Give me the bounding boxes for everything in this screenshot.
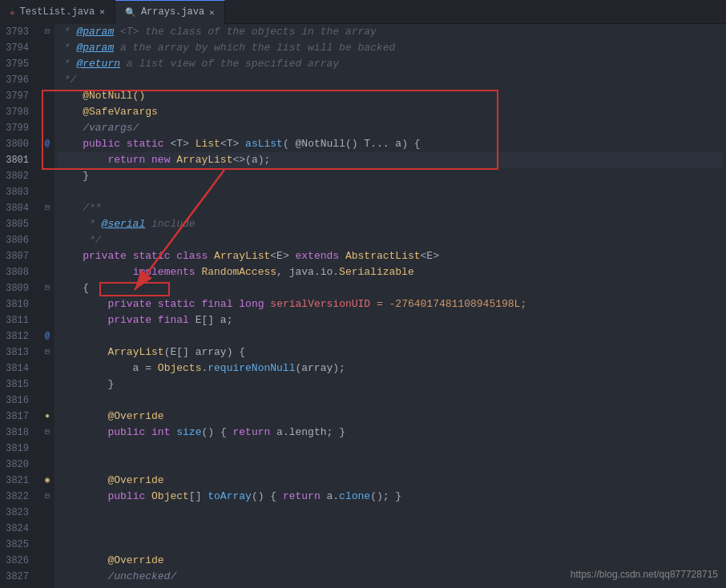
marker-cell (40, 457, 54, 473)
code-token (58, 136, 83, 152)
markers-column: ⊟@⊟⊟@⊟●⊟◉⊟◈ (40, 24, 54, 588)
code-token (58, 312, 107, 328)
code-token: toArray (201, 585, 245, 588)
line-number: 3808 (3, 264, 34, 280)
marker-cell (40, 40, 54, 56)
code-area: 3793379437953796379737983799380038013802… (0, 24, 726, 588)
code-token: static class (133, 248, 208, 264)
tab-arrays-label: Arrays.java (141, 6, 204, 18)
line-number: 3818 (3, 425, 34, 441)
code-token: /varargs/ (58, 120, 139, 136)
marker-cell (40, 569, 54, 585)
code-token (208, 248, 214, 264)
code-token: <T> the class of the objects in the arra… (114, 24, 377, 40)
marker-cell: ◉ (40, 473, 54, 489)
line-number: 3807 (3, 248, 34, 264)
code-token: , java.io. (276, 264, 339, 280)
table-row: * @param <T> the class of the objects in… (58, 24, 723, 40)
code-token: implements (133, 264, 196, 280)
marker-cell (40, 56, 54, 72)
marker-cell (40, 168, 54, 184)
line-number: 3811 (3, 312, 34, 328)
code-token: { (58, 280, 89, 296)
marker-cell: ⊟ (40, 24, 54, 40)
marker-cell (40, 360, 54, 377)
tab-testlist-label: TestList.java (20, 6, 95, 18)
line-number: 3797 (3, 88, 34, 104)
marker-cell: @ (40, 136, 54, 152)
line-number: 3803 (3, 184, 34, 200)
code-token: ArrayList (176, 152, 232, 168)
marker-cell: ⊟ (40, 489, 54, 505)
code-token: return (107, 152, 145, 168)
code-token (58, 264, 133, 280)
java-icon: ☕ (10, 6, 15, 17)
line-number: 3822 (3, 489, 34, 505)
table-row: } (58, 168, 723, 184)
code-token: * (58, 216, 102, 232)
code-token (145, 489, 151, 505)
code-token: int (151, 425, 170, 441)
code-token (196, 264, 202, 280)
code-token: AbstractList (345, 248, 421, 264)
code-token (58, 248, 83, 264)
code-token: @param (76, 40, 114, 56)
code-token (170, 152, 176, 168)
tab-arrays[interactable]: 🔍 Arrays.java ✕ (115, 0, 225, 24)
code-token: <T> T[] (145, 585, 201, 588)
code-token (127, 248, 133, 264)
table-row: @Override (58, 553, 723, 569)
table-row: public <T> T[] toArray(T[] a) { (58, 585, 723, 588)
code-token (58, 585, 107, 588)
table-row (58, 328, 723, 344)
code-token: Serializable (339, 264, 414, 280)
code-token: */ (58, 232, 102, 248)
code-token: public (107, 425, 145, 441)
tab-testlist-close[interactable]: ✕ (99, 6, 105, 17)
line-number: 3827 (3, 569, 34, 585)
tab-testlist[interactable]: ☕ TestList.java ✕ (0, 0, 115, 24)
marker-cell (40, 296, 54, 312)
line-number: 3819 (3, 441, 34, 457)
table-row: * @param a the array by which the list w… (58, 40, 723, 56)
code-token: return (233, 425, 271, 441)
line-number: 3795 (3, 56, 34, 72)
table-row: * @return a list view of the specified a… (58, 56, 723, 72)
code-token: final (201, 296, 232, 312)
code-token: List (196, 136, 220, 152)
code-token: @SafeVarargs (58, 104, 158, 120)
table-row: private static final long serialVersionU… (58, 296, 723, 312)
line-number: 3798 (3, 104, 34, 120)
code-token: a list view of the specified array (120, 56, 339, 72)
tab-arrays-close[interactable]: ✕ (209, 7, 215, 18)
code-token (120, 136, 127, 152)
code-token: . (201, 360, 208, 377)
table-row: private static class ArrayList<E> extend… (58, 248, 723, 264)
code-token: a. (321, 489, 339, 505)
code-token: a the array by which the list will be (114, 40, 357, 56)
line-number: 3812 (3, 328, 34, 344)
line-number: 3799 (3, 120, 34, 136)
code-token (170, 425, 176, 441)
code-token: long (239, 296, 264, 312)
marker-cell: ◈ (40, 585, 54, 588)
code-token: * (58, 40, 76, 56)
code-token: RandomAccess (201, 264, 276, 280)
code-token (232, 296, 239, 312)
marker-cell: ● (40, 409, 54, 425)
code-token: (E[] array) { (164, 344, 245, 360)
code-token: <>(a); (232, 152, 270, 168)
code-token: () { (252, 489, 283, 505)
code-token: a = (58, 360, 158, 377)
code-token: @param (76, 24, 114, 40)
table-row: implements RandomAccess, java.io.Seriali… (58, 264, 723, 280)
code-token: serialVersionUID (270, 296, 370, 312)
code-token: @Override (58, 409, 164, 425)
code-token (151, 312, 158, 328)
code-token (145, 152, 151, 168)
code-content[interactable]: * @param <T> the class of the objects in… (54, 24, 726, 588)
code-token (58, 296, 107, 312)
code-token: ( @NotNull() T... a) { (283, 136, 421, 152)
code-token: static (127, 136, 164, 152)
marker-cell (40, 505, 54, 521)
